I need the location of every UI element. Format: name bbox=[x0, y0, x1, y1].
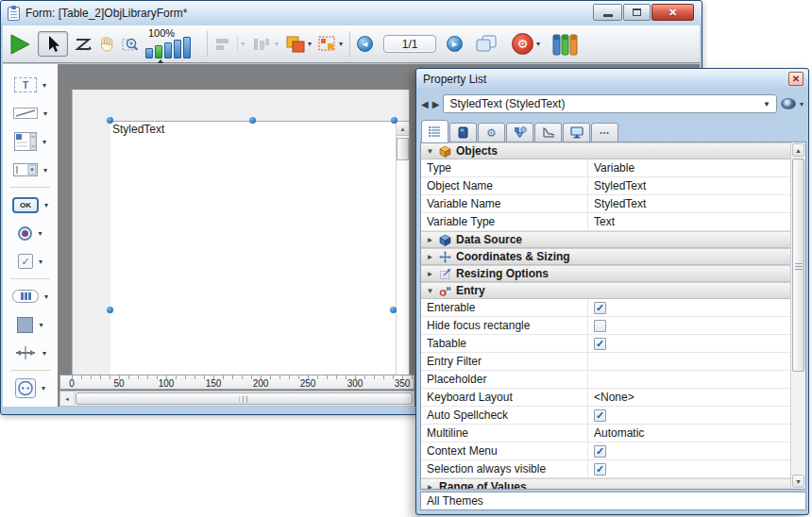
tab-display-view[interactable] bbox=[563, 123, 590, 142]
property-value[interactable] bbox=[588, 371, 790, 388]
button-tool[interactable]: OK ▾ bbox=[12, 191, 48, 219]
disclosure-triangle-collapsed[interactable]: ► bbox=[426, 236, 434, 244]
enterable-checkbox[interactable]: ✓ bbox=[594, 302, 606, 314]
group-dropdown-arrow[interactable]: ▾ bbox=[339, 40, 343, 48]
property-row-context-menu[interactable]: Context Menu ✓ bbox=[421, 442, 790, 460]
zoom-bar-200[interactable] bbox=[164, 42, 172, 58]
horizontal-scrollbar[interactable]: ◂ bbox=[59, 391, 414, 407]
distribute-dropdown-arrow[interactable]: ▾ bbox=[275, 40, 279, 48]
selection-handle-top-left[interactable] bbox=[107, 117, 113, 124]
next-page-button[interactable]: ▶ bbox=[447, 36, 463, 52]
scrollbar-up-button[interactable]: ▲ bbox=[792, 143, 804, 157]
move-tool-button[interactable] bbox=[98, 36, 115, 53]
tab-events-view[interactable] bbox=[534, 123, 562, 142]
list-box-tool-arrow[interactable]: ▾ bbox=[42, 138, 46, 146]
tab-property-list-view[interactable] bbox=[421, 120, 448, 143]
section-range-of-values[interactable]: ► Range of Values bbox=[421, 478, 790, 489]
visibility-eye-icon[interactable] bbox=[781, 98, 796, 109]
close-button[interactable]: ✕ bbox=[651, 4, 694, 21]
minimize-button[interactable] bbox=[593, 4, 622, 21]
list-box-tool[interactable]: ▾ bbox=[14, 127, 46, 156]
object-scroll-thumb[interactable] bbox=[397, 138, 409, 160]
align-dropdown-arrow[interactable]: ▾ bbox=[241, 40, 245, 48]
property-value[interactable]: StyledText bbox=[588, 177, 790, 194]
align-button[interactable]: ▾ bbox=[214, 37, 245, 52]
zoom-level-control[interactable]: 100% bbox=[145, 27, 200, 61]
section-entry[interactable]: ▼ Entry bbox=[421, 282, 790, 299]
eye-dropdown-arrow[interactable]: ▾ bbox=[800, 100, 804, 108]
zoom-tool-button[interactable] bbox=[122, 36, 139, 52]
property-list-scrollbar[interactable]: ▲ ▼ bbox=[790, 142, 805, 489]
form-page[interactable]: StyledText ▲ bbox=[72, 90, 410, 375]
tabable-checkbox[interactable]: ✓ bbox=[594, 338, 606, 350]
object-library-button[interactable] bbox=[552, 33, 578, 56]
styled-text-object[interactable]: StyledText ▲ bbox=[110, 121, 409, 375]
radio-button-tool[interactable]: ▾ bbox=[18, 219, 42, 247]
property-row-enterable[interactable]: Enterable ✓ bbox=[421, 299, 790, 317]
main-titlebar[interactable]: Form: [Table_2]ObjLibraryForm* ✕ bbox=[1, 1, 702, 25]
form-pages-button[interactable] bbox=[475, 35, 498, 53]
next-object-button[interactable]: ▶ bbox=[432, 99, 440, 109]
property-row-type[interactable]: Type Variable bbox=[421, 159, 790, 177]
property-value[interactable] bbox=[588, 353, 790, 370]
distribute-button[interactable]: ▾ bbox=[251, 37, 279, 52]
object-scroll-up-button[interactable]: ▲ bbox=[397, 123, 409, 136]
rectangle-tool-arrow[interactable]: ▾ bbox=[39, 321, 42, 329]
section-objects[interactable]: ▼ Objects bbox=[421, 142, 790, 159]
scrollbar-thumb[interactable] bbox=[792, 158, 804, 372]
selection-tool-button[interactable] bbox=[38, 31, 68, 57]
planes-dropdown-arrow[interactable]: ▾ bbox=[308, 40, 312, 48]
combo-box-tool-arrow[interactable]: ▾ bbox=[43, 166, 47, 175]
selection-handle-top-middle[interactable] bbox=[249, 117, 256, 124]
property-row-keyboard-layout[interactable]: Keyboard Layout <None> bbox=[421, 389, 790, 407]
property-row-object-name[interactable]: Object Name StyledText bbox=[421, 177, 790, 195]
scroll-left-button[interactable]: ◂ bbox=[60, 392, 75, 406]
text-tool[interactable]: T ▾ bbox=[14, 71, 46, 99]
check-box-tool[interactable]: ✓ ▾ bbox=[18, 247, 42, 275]
disclosure-triangle-collapsed[interactable]: ► bbox=[426, 270, 434, 278]
zoom-bar-800[interactable] bbox=[183, 37, 191, 58]
group-button[interactable]: ▾ bbox=[318, 36, 343, 52]
property-value[interactable]: Variable bbox=[588, 159, 790, 176]
theme-filter-bar[interactable]: All Themes bbox=[420, 492, 806, 510]
zoom-bar-100[interactable] bbox=[155, 45, 162, 58]
radio-button-tool-arrow[interactable]: ▾ bbox=[38, 229, 42, 238]
zoom-bar-50[interactable] bbox=[145, 48, 153, 58]
button-grid-tool[interactable]: ▾ bbox=[12, 282, 48, 310]
section-resizing-options[interactable]: ► Resizing Options bbox=[421, 265, 790, 282]
manage-planes-button[interactable]: ▾ bbox=[285, 36, 312, 53]
tab-more-views[interactable]: ••• bbox=[591, 123, 618, 142]
line-tool-arrow[interactable]: ▾ bbox=[43, 109, 47, 118]
execute-form-button[interactable] bbox=[8, 33, 31, 56]
object-selector-combo[interactable]: StyledText (StyledText) ▼ bbox=[443, 94, 777, 113]
combo-box-tool[interactable]: ▾ bbox=[13, 156, 47, 184]
hide-focus-rectangle-checkbox[interactable] bbox=[594, 320, 606, 332]
property-row-tabable[interactable]: Tabable ✓ bbox=[421, 335, 790, 353]
property-list-titlebar[interactable]: Property List ✕ bbox=[416, 69, 808, 90]
selection-always-visible-checkbox[interactable]: ✓ bbox=[594, 463, 606, 475]
disclosure-triangle-collapsed[interactable]: ► bbox=[426, 253, 434, 261]
section-coordinates-sizing[interactable]: ► Coordinates & Sizing bbox=[421, 248, 790, 265]
previous-object-button[interactable]: ◀ bbox=[421, 99, 429, 109]
disclosure-triangle-expanded[interactable]: ▼ bbox=[426, 287, 434, 295]
section-data-source[interactable]: ► Data Source bbox=[421, 231, 790, 248]
property-row-auto-spellcheck[interactable]: Auto Spellcheck ✓ bbox=[421, 407, 790, 425]
tab-settings-view[interactable]: ⚙ bbox=[478, 123, 505, 142]
splitter-tool-arrow[interactable]: ▾ bbox=[42, 349, 46, 358]
maximize-button[interactable] bbox=[623, 4, 651, 21]
text-tool-arrow[interactable]: ▾ bbox=[42, 81, 46, 90]
object-scrollbar[interactable]: ▲ bbox=[396, 123, 409, 375]
selection-handle-bottom-right[interactable] bbox=[390, 307, 397, 313]
button-tool-arrow[interactable]: ▾ bbox=[44, 201, 48, 209]
property-value[interactable]: <None> bbox=[588, 389, 790, 406]
entry-order-tool-button[interactable] bbox=[75, 37, 92, 52]
property-row-entry-filter[interactable]: Entry Filter bbox=[421, 353, 790, 371]
line-tool[interactable]: ▾ bbox=[13, 99, 47, 127]
property-value[interactable]: Automatic bbox=[588, 425, 790, 442]
rectangle-tool[interactable]: ▾ bbox=[17, 310, 42, 339]
check-box-tool-arrow[interactable]: ▾ bbox=[39, 258, 42, 266]
property-row-variable-name[interactable]: Variable Name StyledText bbox=[421, 195, 790, 213]
scrollbar-down-button[interactable]: ▼ bbox=[792, 475, 804, 488]
zoom-bar-400[interactable] bbox=[174, 40, 181, 58]
property-row-hide-focus-rectangle[interactable]: Hide focus rectangle bbox=[421, 317, 790, 335]
